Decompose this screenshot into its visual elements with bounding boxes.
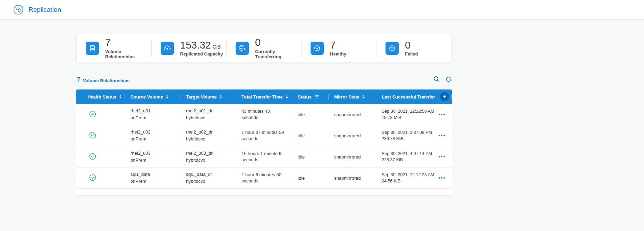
stat-label: Healthy <box>330 51 346 57</box>
source-volume-name: rhel2_u01 <box>130 108 180 114</box>
total-transfer-time: 1 hour 37 minutes 59 seconds <box>242 129 287 142</box>
volume-relationships-icon <box>86 42 99 55</box>
table-row: rhel2_u02 onPrem rhel2_u02_dr hybridcvo … <box>76 125 452 146</box>
mirror-state: snapmirrored <box>329 133 376 138</box>
source-volume-name: rhel2_u02 <box>130 129 180 136</box>
total-transfer-time: 1 hour 6 minutes 50 seconds <box>242 172 287 184</box>
volume-relationships-table: Health Status Source Volume Target Volum… <box>76 89 452 195</box>
table-header-row: Health Status Source Volume Target Volum… <box>76 89 452 104</box>
sort-icon[interactable] <box>166 95 168 99</box>
top-bar: Replication <box>0 0 644 20</box>
source-volume-name: sql1_data <box>130 171 180 178</box>
last-transfer-date: Sep 30, 2021, 4:07:14 PM <box>382 151 436 157</box>
target-volume-name: rhel2_u02_dr <box>186 129 236 136</box>
table-row: rhel2_u01 onPrem rhel2_u01_dr hybridcvo … <box>76 104 452 125</box>
stat-healthy: 7 Healthy <box>302 34 376 62</box>
sort-icon[interactable] <box>119 95 121 99</box>
stat-value: 0 <box>255 37 261 48</box>
search-button[interactable] <box>433 76 440 83</box>
sort-icon[interactable] <box>363 95 365 99</box>
sort-icon[interactable] <box>220 95 222 99</box>
target-environment: hybridcvo <box>186 114 236 121</box>
mirror-state: snapmirrored <box>329 154 376 160</box>
refresh-icon <box>445 76 452 84</box>
relationship-status: idle <box>292 176 329 181</box>
target-environment: hybridcvo <box>186 136 236 143</box>
add-relationship-button[interactable]: + <box>440 92 449 101</box>
relationship-count: 7 <box>76 76 80 84</box>
stat-value: 7 <box>105 37 111 48</box>
source-environment: onPrem <box>130 114 180 121</box>
column-header-target-volume: Target Volume <box>180 89 236 104</box>
source-environment: onPrem <box>130 178 180 185</box>
healthy-check-icon <box>89 111 96 119</box>
row-actions-menu-icon[interactable] <box>437 112 446 117</box>
table-section-header: 7 Volume Relationships <box>76 76 452 84</box>
healthy-check-icon <box>89 132 96 140</box>
stat-label: Replicated Capacity <box>180 51 223 57</box>
total-transfer-time: 43 minutes 43 seconds <box>242 108 287 121</box>
currently-transferring-icon <box>236 42 249 55</box>
sort-icon[interactable] <box>286 95 288 99</box>
summary-card: 7 Volume Relationships 153.32 GiB Replic… <box>76 34 452 63</box>
healthy-check-icon <box>89 195 96 196</box>
target-volume-name: rhel2_u03_dr <box>186 150 236 157</box>
table-row: rhel2_u03 onPrem rhel2_u03_dr hybridcvo … <box>76 146 452 168</box>
table-row: sql1_data onPrem sql1_data_dr hybridcvo … <box>76 168 452 189</box>
stat-value: 0 <box>405 40 410 51</box>
table-row: sql1_log sql1_log_dr <box>76 189 452 195</box>
healthy-check-icon <box>89 153 96 161</box>
replication-service-icon <box>13 5 24 15</box>
replication-page: Replication 7 Volume Relationships <box>0 0 644 231</box>
mirror-state: snapmirrored <box>329 176 376 181</box>
relationship-status: idle <box>292 112 329 117</box>
column-header-mirror-state: Mirror State <box>329 89 376 104</box>
section-title: Volume Relationships <box>83 78 130 83</box>
page-title: Replication <box>28 6 61 14</box>
mirror-state: snapmirrored <box>329 112 376 117</box>
stat-currently-transferring: 0 Currently Transferring <box>227 34 302 62</box>
target-environment: hybridcvo <box>186 178 236 185</box>
row-actions-menu-icon[interactable] <box>437 134 446 138</box>
stat-label: Volume Relationships <box>105 49 152 59</box>
stat-value: 7 <box>330 40 336 51</box>
replicated-capacity-icon <box>161 42 174 55</box>
row-actions-menu-icon[interactable] <box>437 155 446 159</box>
total-transfer-time: 16 hours 1 minute 9 seconds <box>242 151 287 163</box>
row-actions-menu-icon[interactable] <box>437 176 446 180</box>
source-environment: onPrem <box>130 136 180 143</box>
search-icon <box>433 76 440 83</box>
relationship-status: idle <box>292 133 329 138</box>
column-header-total-transfer-time: Total Transfer Time <box>236 89 292 104</box>
last-transfer-date: Sep 30, 2021, 2:37:08 PM <box>382 129 436 136</box>
stat-failed: 0 Failed <box>376 34 451 62</box>
stat-volume-relationships: 7 Volume Relationships <box>77 34 152 62</box>
source-environment: onPrem <box>130 157 180 164</box>
stat-label: Failed <box>405 51 418 57</box>
column-header-health-status: Health Status <box>76 89 125 104</box>
last-transfer-date: Sep 30, 2021, 12:12:50 AM <box>382 108 436 114</box>
failed-icon <box>385 42 399 55</box>
relationship-status: idle <box>292 154 329 160</box>
stat-unit: GiB <box>213 44 221 50</box>
filter-icon[interactable] <box>315 95 319 99</box>
refresh-button[interactable] <box>445 76 452 84</box>
target-volume-name: rhel2_u01_dr <box>186 108 236 114</box>
last-transfer-date: Sep 30, 2021, 12:12:28 AM <box>382 172 436 178</box>
column-header-status: Status <box>292 89 329 104</box>
healthy-check-icon <box>89 174 96 182</box>
stat-label: Currently Transferring <box>255 49 302 59</box>
stat-value: 153.32 <box>180 40 211 51</box>
stat-replicated-capacity: 153.32 GiB Replicated Capacity <box>152 34 227 62</box>
target-environment: hybridcvo <box>186 157 236 164</box>
source-volume-name: rhel2_u03 <box>130 150 180 157</box>
column-header-source-volume: Source Volume <box>125 89 180 104</box>
healthy-icon <box>311 42 324 55</box>
target-volume-name: sql1_data_dr <box>186 171 236 178</box>
